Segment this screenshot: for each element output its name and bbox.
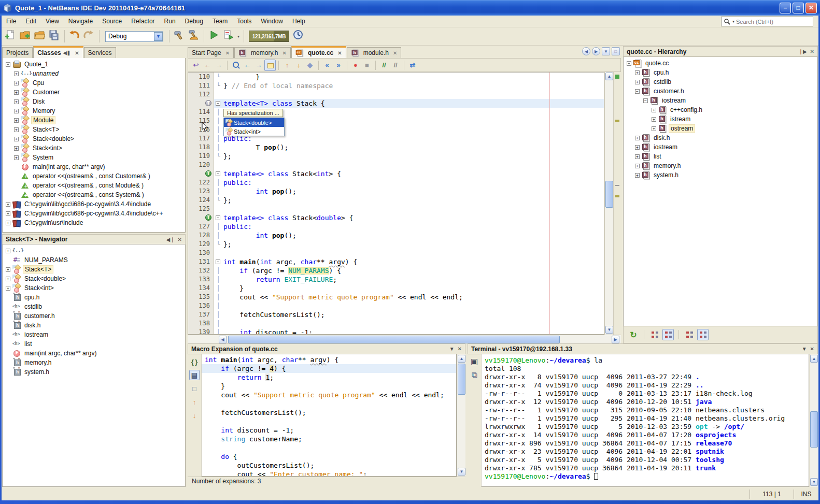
fold-toggle-icon[interactable]: − bbox=[216, 171, 220, 176]
macro-view-button[interactable]: { } bbox=[189, 356, 200, 367]
menu-help[interactable]: Help bbox=[288, 16, 310, 26]
menu-source[interactable]: Source bbox=[97, 16, 126, 26]
hierarchy-item-ostream[interactable]: +ostream bbox=[624, 124, 817, 133]
expand-toggle-icon[interactable]: + bbox=[652, 117, 656, 122]
navigator-item-memory-h[interactable]: +memory.h bbox=[3, 358, 185, 367]
expand-toggle-icon[interactable]: + bbox=[6, 211, 10, 216]
navigator-panel[interactable]: ++NUM_PARAMS+Stack<T>+Stack<double>+Stac… bbox=[2, 244, 186, 487]
classes-item-c-cygwin-lib-gcc-i686-pc-cygwin-3-4-4-include[interactable]: +C:\cygwin\lib\gcc\i686-pc-cygwin\3.4.4\… bbox=[3, 199, 185, 209]
memory-gauge[interactable]: 121,2/161,7MB bbox=[249, 31, 289, 42]
code-line-127[interactable]: 127│public: bbox=[188, 222, 604, 231]
expand-toggle-icon[interactable]: + bbox=[14, 137, 19, 141]
menu-refactor[interactable]: Refactor bbox=[126, 16, 159, 26]
hierarchy-header[interactable]: quote.cc - Hierarchy ❘▶ ✕ bbox=[623, 46, 818, 57]
maximize-button[interactable]: □ bbox=[793, 3, 804, 13]
hierarchy-item-memory-h[interactable]: +memory.h bbox=[624, 161, 817, 170]
macro-code-line[interactable] bbox=[202, 443, 456, 452]
find-next-button[interactable]: → bbox=[253, 60, 264, 71]
expand-toggle-icon[interactable]: + bbox=[6, 277, 10, 281]
scroll-thumb[interactable] bbox=[458, 364, 465, 395]
debug-dropdown-icon[interactable]: ▾ bbox=[237, 34, 239, 39]
navigator-item-iostream[interactable]: +iostream bbox=[3, 330, 185, 339]
code-line-122[interactable]: 122│public: bbox=[188, 178, 604, 187]
classes-item-system[interactable]: +System bbox=[3, 153, 185, 162]
save-all-button[interactable] bbox=[48, 29, 61, 41]
expand-toggle-icon[interactable]: + bbox=[635, 80, 640, 84]
minimize-panel-icon[interactable]: ▼ bbox=[802, 346, 807, 352]
code-line-113[interactable]: T−template<T> class Stack { bbox=[188, 99, 604, 108]
tab-projects[interactable]: Projects bbox=[2, 47, 33, 58]
expand-toggle-icon[interactable]: + bbox=[652, 126, 656, 131]
template-annotation-icon[interactable]: T bbox=[205, 214, 211, 221]
editor-tab-start-page[interactable]: Start Page✕ bbox=[188, 47, 234, 58]
macro-code-line[interactable]: fetchCustomersList(); bbox=[202, 408, 456, 417]
combo-dropdown-icon[interactable]: ▼ bbox=[154, 32, 163, 41]
close-tab-icon[interactable]: ✕ bbox=[282, 50, 287, 56]
navigator-item-cpu-h[interactable]: +cpu.h bbox=[3, 293, 185, 302]
expand-toggle-icon[interactable]: + bbox=[635, 173, 640, 178]
minimize-button[interactable]: – bbox=[780, 3, 791, 13]
macro-code-line[interactable]: if (argc != 4) { bbox=[202, 364, 456, 373]
code-line-124[interactable]: 124└}; bbox=[188, 196, 604, 205]
navigator-item-list[interactable]: +list bbox=[3, 339, 185, 349]
find-previous-button[interactable]: ← bbox=[242, 60, 253, 71]
comment-button[interactable]: // bbox=[378, 60, 390, 71]
code-line-119[interactable]: 119└}; bbox=[188, 152, 604, 161]
classes-item-main-int-argc-char-argv[interactable]: +main(int argc, char** argv) bbox=[3, 162, 185, 171]
expand-toggle-icon[interactable]: + bbox=[635, 164, 640, 168]
expand-toggle-icon[interactable]: + bbox=[6, 221, 10, 225]
code-line-128[interactable]: 128│ int pop(); bbox=[188, 231, 604, 240]
terminal-vscrollbar[interactable]: ▲ ▼ bbox=[809, 354, 818, 487]
menu-view[interactable]: View bbox=[41, 16, 64, 26]
fold-toggle-icon[interactable]: − bbox=[216, 215, 220, 220]
expand-toggle-icon[interactable]: + bbox=[6, 249, 10, 253]
classes-item-operator-ostream-const-module[interactable]: +operator <<(ostream& , const Module& ) bbox=[3, 181, 185, 190]
code-line-111[interactable]: 111└} // End of local namespace bbox=[188, 81, 604, 90]
macro-expansion-view[interactable]: int main(int argc, char** argv) { if (ar… bbox=[202, 354, 457, 477]
classes-item-stack-int[interactable]: +Stack<int> bbox=[3, 143, 185, 153]
code-line-133[interactable]: 133│ return EXIT_FAILURE; bbox=[188, 275, 604, 284]
classes-item-customer[interactable]: +Customer bbox=[3, 88, 185, 97]
minimize-panel-icon[interactable]: ◀❘ bbox=[166, 237, 175, 242]
specialization-item-stack-int-[interactable]: Stack<int> bbox=[224, 127, 284, 136]
menu-team[interactable]: Team bbox=[208, 16, 232, 26]
code-line-126[interactable]: T−template<> class Stack<double> { bbox=[188, 213, 604, 222]
fold-column[interactable]: − bbox=[214, 257, 222, 266]
clean-build-button[interactable] bbox=[188, 29, 200, 41]
toggle-highlight-search-button[interactable] bbox=[264, 60, 276, 71]
macro-panel-header[interactable]: Macro Expansion of quote.cc ▼ ✕ bbox=[188, 343, 465, 354]
macro-code-line[interactable] bbox=[202, 417, 456, 426]
expand-toggle-icon[interactable]: − bbox=[6, 62, 10, 67]
scroll-tabs-left-button[interactable]: ◀ bbox=[582, 47, 590, 55]
terminal-screen[interactable]: vv159170@Lenovo:~/devarea$ latotal 108dr… bbox=[482, 354, 809, 487]
expand-toggle-icon[interactable]: + bbox=[6, 267, 10, 272]
macro-code-line[interactable]: cout << "Enter customer name: "; bbox=[202, 470, 456, 477]
run-button[interactable] bbox=[208, 29, 220, 41]
start-macro-recording-button[interactable]: ● bbox=[350, 60, 361, 71]
hierarchy-item-cpu-h[interactable]: +cpu.h bbox=[624, 68, 817, 77]
refresh-button[interactable]: ↻ bbox=[628, 329, 639, 340]
fold-column[interactable]: − bbox=[214, 213, 222, 222]
forward-button[interactable]: → bbox=[213, 60, 224, 71]
classes-item-disk[interactable]: +Disk bbox=[3, 97, 185, 106]
previous-macro-button[interactable]: ↑ bbox=[189, 397, 200, 407]
new-terminal-window-button[interactable]: ⧉ bbox=[469, 370, 479, 380]
macro-code-line[interactable] bbox=[202, 399, 456, 408]
debug-button[interactable] bbox=[222, 29, 235, 41]
code-line-129[interactable]: 129└}; bbox=[188, 240, 604, 249]
expand-toggle-icon[interactable]: + bbox=[652, 108, 656, 112]
expand-toggle-icon[interactable]: − bbox=[627, 61, 631, 66]
close-panel-icon[interactable]: ✕ bbox=[458, 346, 462, 352]
macro-code-line[interactable]: outCustomersList(); bbox=[202, 461, 456, 470]
editor-tab-module-h[interactable]: module.h✕ bbox=[347, 47, 402, 58]
redo-button[interactable] bbox=[83, 29, 95, 41]
navigator-item-stack-int[interactable]: +Stack<int> bbox=[3, 283, 185, 293]
scroll-tabs-right-button[interactable]: ▶ bbox=[592, 47, 600, 55]
back-button[interactable]: ← bbox=[202, 60, 213, 71]
navigator-item-main-int-argc-char-argv[interactable]: +main(int argc, char** argv) bbox=[3, 349, 185, 358]
code-line-125[interactable]: 125 bbox=[188, 205, 604, 213]
expand-toggle-icon[interactable]: + bbox=[14, 127, 19, 132]
scroll-up-icon[interactable]: ▲ bbox=[605, 73, 613, 80]
menu-window[interactable]: Window bbox=[256, 16, 288, 26]
menu-file[interactable]: File bbox=[2, 16, 21, 26]
